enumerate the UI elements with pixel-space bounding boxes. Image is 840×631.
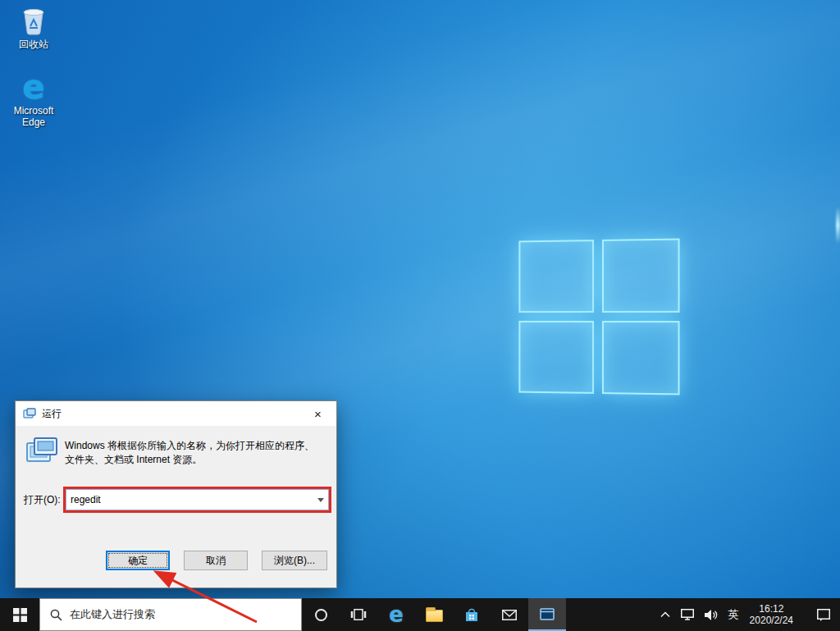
cancel-button[interactable]: 取消 [184,551,248,570]
windows-logo-pane [602,239,680,313]
action-center-button[interactable] [817,609,830,621]
open-label: 打开(O): [24,487,61,513]
volume-icon[interactable] [705,610,718,620]
browse-button[interactable]: 浏览(B)... [262,551,327,570]
open-combobox[interactable]: regedit [66,489,329,510]
task-view-button[interactable] [340,598,377,631]
folder-icon [426,610,443,622]
desktop-icon-label: Microsoft Edge [5,105,62,128]
run-dialog-title: 运行 [42,407,62,421]
mail-icon [502,610,517,620]
edge-taskbar-button[interactable]: e [377,598,415,631]
open-combobox-value[interactable]: regedit [66,494,313,505]
run-window-icon [540,608,555,620]
windows-logo-pane [602,321,680,395]
start-button[interactable] [0,598,39,631]
taskbar: 在此键入进行搜索 e [0,598,840,631]
store-icon [465,607,478,622]
store-button[interactable] [453,598,491,631]
desktop-icon-recycle-bin[interactable]: 回收站 [5,5,62,50]
run-icon [26,437,57,466]
wallpaper-beam [0,0,840,425]
close-icon: × [314,407,322,421]
action-center-icon [817,609,830,621]
windows-logo [518,239,679,396]
wallpaper-beam [836,207,840,244]
run-window-icon [23,408,36,419]
edge-icon: e [22,71,44,103]
ok-button[interactable]: 确定 [106,551,170,570]
cortana-icon [315,609,327,621]
annotation-highlight-box: regedit [63,487,331,513]
clock-date: 2020/2/24 [750,615,793,626]
cortana-button[interactable] [302,598,340,631]
mail-button[interactable] [491,598,528,631]
active-window-button[interactable] [528,598,566,631]
clock[interactable]: 16:12 2020/2/24 [750,603,793,626]
network-icon[interactable] [681,609,694,620]
run-dialog-titlebar[interactable]: 运行 × [16,401,336,426]
search-placeholder: 在此键入进行搜索 [70,607,155,622]
desktop-icon-label: 回收站 [19,39,48,50]
hidden-icons-chevron[interactable] [660,611,670,618]
ime-indicator[interactable]: 英 [728,607,739,622]
run-dialog: 运行 × Windows 将根据你所输入的名称，为你打开相应的程序、 文件夹、文… [15,400,337,588]
windows-start-icon [13,608,27,622]
windows-logo-pane [518,321,594,394]
taskbar-search[interactable]: 在此键入进行搜索 [39,598,302,631]
system-tray: 英 16:12 2020/2/24 [660,598,840,631]
search-icon [50,609,62,621]
windows-logo-pane [518,240,594,313]
task-view-icon [350,609,367,620]
edge-icon: e [389,604,404,625]
file-explorer-button[interactable] [415,598,453,631]
desktop: 回收站 e Microsoft Edge 运行 × [0,0,840,631]
clock-time: 16:12 [750,603,793,615]
run-description: Windows 将根据你所输入的名称，为你打开相应的程序、 文件夹、文档或 In… [65,439,331,467]
desktop-icon-list: 回收站 e Microsoft Edge [5,5,62,149]
chevron-down-icon[interactable] [313,490,328,510]
recycle-bin-icon [20,5,48,36]
close-button[interactable]: × [299,401,336,426]
desktop-icon-microsoft-edge[interactable]: e Microsoft Edge [5,71,62,128]
chevron-up-icon [660,611,670,618]
